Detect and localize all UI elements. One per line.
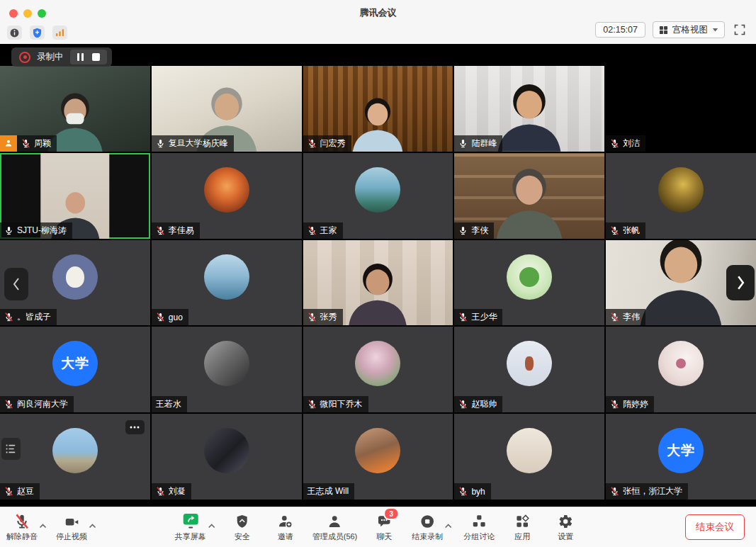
participant-tile[interactable]: 大学 张恒，浙江大学 [606, 414, 756, 500]
meeting-window: 腾讯会议 02:15:07 宫格视图 [0, 0, 756, 547]
unmute-more-chevron[interactable] [39, 519, 47, 531]
security-button[interactable]: 安全 [226, 512, 259, 542]
participant-name: 李侠 [471, 225, 488, 237]
stop-video-button[interactable]: 停止视频 [55, 512, 88, 542]
participant-tile[interactable]: 张秀 [303, 240, 453, 326]
participant-tile[interactable]: 闫宏秀 [303, 66, 453, 152]
invite-button[interactable]: 邀请 [269, 512, 302, 542]
participant-label-row: 王若水 [152, 396, 187, 412]
apps-icon [514, 512, 530, 529]
participant-tile[interactable]: 王少华 [454, 240, 604, 326]
participant-name-label: 复旦大学杨庆峰 [152, 135, 234, 152]
participant-tile[interactable]: 刘洁 [606, 66, 756, 152]
mic-on-icon [156, 139, 165, 148]
avatar-graphic [676, 359, 686, 368]
mic-muted-icon [4, 400, 13, 409]
unmute-label: 解除静音 [6, 531, 38, 542]
participant-tile[interactable]: 复旦大学杨庆峰 [152, 66, 302, 152]
participant-tile[interactable]: 赵豆 [0, 414, 150, 500]
participant-tile[interactable]: 周颖 [0, 66, 150, 152]
share-screen-more-chevron[interactable] [208, 519, 215, 531]
mic-muted-icon [458, 487, 468, 496]
mic-muted-icon [458, 400, 468, 409]
toolbar-center-group: 共享屏幕安全邀请管理成员(56)3聊天结束录制分组讨论应用设置 [174, 507, 582, 547]
participant-tile[interactable]: 赵聪帅 [454, 327, 604, 412]
participant-tile[interactable]: SJTU-柳海涛 [0, 153, 150, 239]
mic-muted-icon [4, 487, 13, 496]
host-badge-icon [0, 135, 17, 152]
mic-muted-icon [156, 487, 165, 496]
participant-tile[interactable]: guo [152, 240, 302, 326]
mic-muted-icon [308, 400, 317, 409]
person-silhouette [347, 92, 408, 152]
stop-recording-more-chevron[interactable] [444, 519, 452, 531]
mic-muted-icon [610, 226, 619, 235]
meeting-info-button[interactable] [7, 26, 22, 40]
stop-recording-label: 结束录制 [412, 531, 443, 542]
participant-label-row: 张恒，浙江大学 [606, 483, 688, 500]
list-panel-button[interactable] [1, 438, 21, 460]
mic-muted-icon [308, 400, 317, 409]
participant-tile[interactable]: 李侠 [454, 153, 604, 239]
participant-tile[interactable]: 王若水 [152, 327, 302, 412]
share-screen-button[interactable]: 共享屏幕 [174, 512, 207, 542]
video-feed [491, 77, 568, 152]
participant-label-row: 阎良河南大学 [0, 396, 74, 412]
participant-tile[interactable]: 李佳易 [152, 153, 302, 239]
unmute-button[interactable]: 解除静音 [6, 512, 38, 542]
participant-tile[interactable]: 刘凝 [152, 414, 302, 500]
more-options-button[interactable] [125, 420, 145, 434]
video-feed [347, 92, 408, 152]
camera-icon [64, 512, 80, 529]
apps-button[interactable]: 应用 [506, 512, 538, 542]
stop-video-label: 停止视频 [56, 531, 87, 542]
participant-label-row: 张秀 [303, 309, 343, 325]
stop-video-more-chevron[interactable] [89, 519, 96, 531]
participant-label-row: SJTU-柳海涛 [0, 222, 72, 239]
participant-tile[interactable]: byh [454, 414, 604, 500]
pause-recording-button[interactable] [77, 53, 84, 61]
participant-label-row: 陆群峰 [454, 135, 502, 152]
next-page-button[interactable] [726, 265, 755, 300]
chevron-up-icon [89, 524, 96, 529]
participant-name: byh [471, 487, 485, 497]
participant-tile[interactable]: 陆群峰 [454, 66, 604, 152]
person-silhouette [490, 161, 570, 239]
chat-button[interactable]: 3聊天 [368, 512, 400, 542]
participant-tile[interactable]: 王志成 Will [303, 414, 453, 500]
person-silhouette [491, 77, 568, 152]
mic-muted-icon [4, 487, 13, 496]
avatar [507, 341, 552, 386]
participant-tile[interactable]: 大学 阎良河南大学 [0, 327, 150, 412]
network-signal-button[interactable] [52, 26, 67, 40]
avatar [355, 428, 400, 473]
participant-name: 阎良河南大学 [17, 398, 68, 410]
mic-muted-icon [610, 400, 619, 409]
recording-indicator: 录制中 [11, 47, 112, 67]
view-mode-button[interactable]: 宫格视图 [653, 21, 725, 38]
chat-item: 3聊天 [368, 512, 400, 542]
apps-item: 应用 [506, 512, 538, 542]
mic-muted-icon [610, 226, 619, 235]
fullscreen-button[interactable] [732, 22, 747, 38]
security-item: 安全 [226, 512, 259, 542]
stop-recording-icon-button[interactable] [92, 53, 100, 61]
participant-name-label: 刘凝 [152, 483, 191, 500]
avatar [658, 341, 704, 386]
settings-button[interactable]: 设置 [549, 512, 582, 542]
participant-name-label: 王家 [303, 222, 343, 239]
end-meeting-button[interactable]: 结束会议 [685, 514, 745, 540]
security-shield-button[interactable] [30, 26, 45, 40]
manage-members-button[interactable]: 管理成员(56) [312, 512, 358, 542]
participant-tile[interactable]: 隋婷婷 [606, 327, 756, 412]
mic-muted-icon [4, 312, 13, 322]
previous-page-button[interactable] [4, 268, 28, 300]
stop-record-icon [419, 512, 435, 529]
breakout-rooms-button[interactable]: 分组讨论 [463, 512, 495, 542]
participant-tile[interactable]: 微阳下乔木 [303, 327, 453, 412]
participant-tile[interactable]: 张帆 [606, 153, 756, 239]
participant-label-row: 。皆成子 [0, 309, 57, 325]
stop-recording-button[interactable]: 结束录制 [411, 512, 444, 542]
chevron-left-icon [12, 277, 21, 291]
participant-tile[interactable]: 王家 [303, 153, 453, 239]
